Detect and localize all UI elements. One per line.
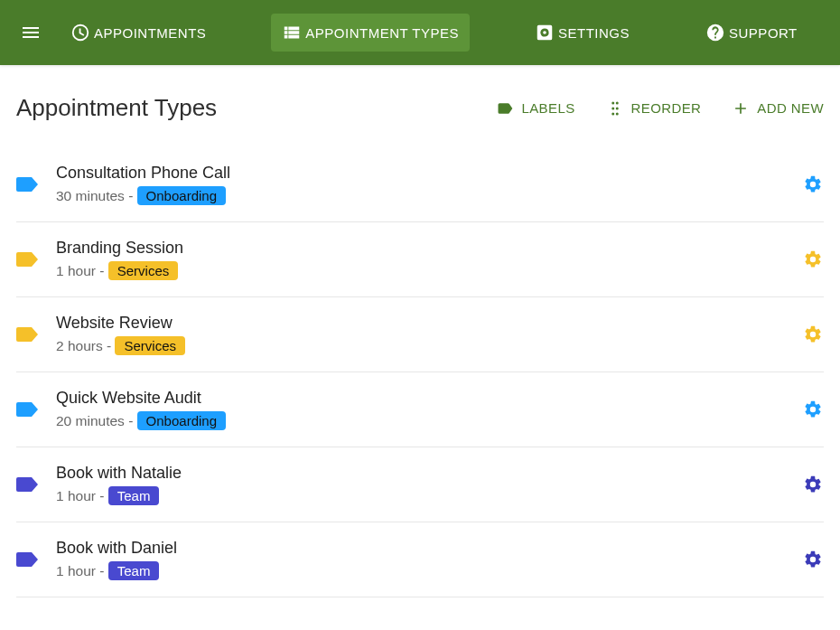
page-title: Appointment Types: [16, 94, 217, 122]
separator: -: [103, 338, 116, 354]
list-item[interactable]: Consultation Phone Call30 minutes - Onbo…: [16, 147, 824, 222]
separator: -: [96, 488, 108, 504]
item-duration: 20 minutes: [56, 413, 125, 429]
item-duration: 1 hour: [56, 563, 96, 579]
action-label: ADD NEW: [757, 100, 824, 116]
item-title: Quick Website Audit: [56, 389, 802, 408]
item-body: Website Review2 hours - Services: [56, 314, 802, 355]
item-settings-button[interactable]: [802, 249, 824, 270]
label-chip: Team: [108, 561, 160, 580]
tag-icon: [16, 325, 40, 343]
labels-button[interactable]: LABELS: [496, 99, 574, 118]
item-title: Book with Natalie: [56, 464, 802, 483]
page-actions: LABELS REORDER ADD NEW: [496, 99, 824, 118]
item-duration: 1 hour: [56, 488, 96, 504]
nav-appointment-types[interactable]: APPOINTMENT TYPES: [271, 14, 470, 52]
item-duration: 30 minutes: [56, 188, 125, 204]
action-label: LABELS: [521, 100, 574, 116]
nav-label: APPOINTMENTS: [94, 25, 206, 41]
separator: -: [96, 263, 108, 279]
menu-button[interactable]: [9, 11, 52, 54]
plus-icon: [732, 99, 750, 118]
tag-icon: [16, 250, 40, 268]
item-body: Book with Natalie1 hour - Team: [56, 464, 802, 505]
item-meta: 1 hour - Team: [56, 561, 802, 580]
item-body: Book with Daniel1 hour - Team: [56, 539, 802, 580]
clock-icon: [70, 23, 90, 42]
page: Appointment Types LABELS REORDER ADD NEW…: [0, 65, 840, 630]
list-item[interactable]: Quick Website Audit20 minutes - Onboardi…: [16, 372, 824, 447]
item-body: Consultation Phone Call30 minutes - Onbo…: [56, 164, 802, 205]
item-settings-button[interactable]: [802, 174, 824, 195]
label-chip: Team: [108, 486, 160, 505]
item-settings-button[interactable]: [802, 474, 824, 495]
item-title: Book with Daniel: [56, 539, 802, 558]
item-meta: 30 minutes - Onboarding: [56, 186, 802, 205]
label-chip: Onboarding: [137, 186, 226, 205]
item-meta: 20 minutes - Onboarding: [56, 411, 802, 430]
nav-settings[interactable]: SETTINGS: [524, 14, 640, 52]
label-icon: [496, 99, 514, 118]
tag-icon: [16, 175, 40, 193]
item-settings-button[interactable]: [802, 549, 824, 570]
item-duration: 1 hour: [56, 263, 96, 279]
item-settings-button[interactable]: [802, 324, 824, 345]
item-title: Branding Session: [56, 239, 802, 258]
label-chip: Services: [108, 261, 179, 280]
tag-icon: [16, 400, 40, 418]
item-meta: 2 hours - Services: [56, 336, 802, 355]
add-new-button[interactable]: ADD NEW: [732, 99, 824, 118]
hamburger-icon: [20, 22, 42, 43]
nav-label: APPOINTMENT TYPES: [305, 25, 459, 41]
nav-support[interactable]: SUPPORT: [695, 14, 808, 52]
item-body: Branding Session1 hour - Services: [56, 239, 802, 280]
nav-label: SUPPORT: [729, 25, 798, 41]
separator: -: [96, 563, 108, 579]
list-item[interactable]: Branding Session1 hour - Services: [16, 222, 824, 297]
tag-icon: [16, 475, 40, 494]
nav-label: SETTINGS: [558, 25, 630, 41]
settings-box-icon: [535, 23, 555, 42]
item-title: Website Review: [56, 314, 802, 333]
list-item[interactable]: Website Review2 hours - Services: [16, 297, 824, 372]
top-nav: APPOINTMENTS APPOINTMENT TYPES SETTINGS …: [0, 0, 840, 65]
nav-appointments[interactable]: APPOINTMENTS: [60, 14, 217, 52]
item-duration: 2 hours: [56, 338, 103, 354]
list-icon: [282, 23, 302, 42]
reorder-button[interactable]: REORDER: [606, 99, 702, 118]
list-item[interactable]: Book with Natalie1 hour - Team: [16, 447, 824, 522]
page-header: Appointment Types LABELS REORDER ADD NEW: [16, 94, 824, 122]
nav-items: APPOINTMENTS APPOINTMENT TYPES SETTINGS …: [60, 14, 808, 52]
item-body: Quick Website Audit20 minutes - Onboardi…: [56, 389, 802, 430]
item-title: Consultation Phone Call: [56, 164, 802, 183]
drag-icon: [606, 99, 624, 118]
help-icon: [705, 23, 725, 42]
separator: -: [125, 413, 137, 429]
item-meta: 1 hour - Team: [56, 486, 802, 505]
item-meta: 1 hour - Services: [56, 261, 802, 280]
label-chip: Services: [115, 336, 185, 355]
tag-icon: [16, 550, 40, 569]
item-settings-button[interactable]: [802, 399, 824, 420]
action-label: REORDER: [631, 100, 702, 116]
list-item[interactable]: Book with Daniel1 hour - Team: [16, 522, 824, 597]
appointment-type-list: Consultation Phone Call30 minutes - Onbo…: [16, 147, 824, 597]
separator: -: [125, 188, 137, 204]
label-chip: Onboarding: [137, 411, 226, 430]
